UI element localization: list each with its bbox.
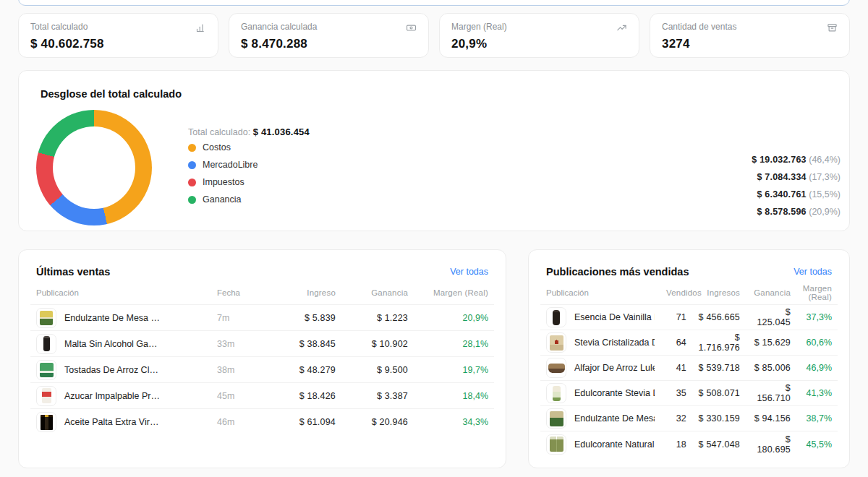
sale-income: $ 61.094 <box>272 417 341 427</box>
sale-profit: $ 9.500 <box>341 365 414 375</box>
breakdown-values: $ 19.032.763 (46,4%) $ 7.084.334 (17,3%)… <box>752 152 841 221</box>
product-name: Alfajor De Arroz Lule… <box>574 363 655 373</box>
stat-card-cantidad-ventas: Cantidad de ventas 3274 <box>650 13 850 58</box>
product-thumbnail <box>36 386 56 406</box>
units-sold: 18 <box>660 439 692 450</box>
product-margin: 46,9% <box>796 363 838 373</box>
product-name: Stevia Cristalizada D… <box>574 338 655 348</box>
breakdown-value-ganancia: $ 8.578.596 (20,9%) <box>752 207 841 221</box>
sale-profit: $ 3.387 <box>341 391 414 401</box>
product-income: $ 547.048 <box>692 439 746 450</box>
product-profit: $ 85.006 <box>746 363 796 373</box>
table-row[interactable]: Alfajor De Arroz Lule… 41 $ 539.718 $ 85… <box>540 356 838 381</box>
legend-item-impuestos[interactable]: Impuestos <box>188 175 310 189</box>
product-name: Endulzante De Mesa … <box>574 413 655 424</box>
table-row[interactable]: Aceite Palta Extra Vir… 46m $ 61.094 $ 2… <box>30 409 494 435</box>
bar-chart-icon <box>195 22 206 33</box>
breakdown-card: Desglose del total calculado Total calcu… <box>18 70 850 231</box>
sale-profit: $ 1.223 <box>341 313 414 323</box>
product-name: Tostadas De Arroz Cl… <box>64 365 158 375</box>
table-row[interactable]: Stevia Cristalizada D… 64 $ 1.716.976 $ … <box>540 330 838 356</box>
breakdown-total: Total calculado: $ 41.036.454 <box>188 126 310 137</box>
sale-income: $ 38.845 <box>272 339 341 349</box>
latest-sales-header: Publicación Fecha Ingreso Ganancia Marge… <box>30 280 494 305</box>
breakdown-total-value: $ 41.036.454 <box>253 126 310 137</box>
product-income: $ 539.718 <box>692 363 746 373</box>
table-row[interactable]: Azucar Impalpable Pr… 45m $ 18.426 $ 3.3… <box>30 383 494 409</box>
product-profit: $ 125.045 <box>746 307 796 327</box>
stat-label: Total calculado <box>30 22 88 32</box>
sale-income: $ 5.839 <box>272 313 341 323</box>
top-products-view-all-link[interactable]: Ver todas <box>793 267 832 277</box>
latest-sales-view-all-link[interactable]: Ver todas <box>450 267 488 277</box>
top-products-card: Publicaciones más vendidas Ver todas Pub… <box>528 249 850 468</box>
stat-card-total-calculado: Total calculado $ 40.602.758 <box>18 13 218 58</box>
product-margin: 45,5% <box>796 439 838 450</box>
stat-card-margen-real: Margen (Real) 20,9% <box>439 13 639 58</box>
table-row[interactable]: Edulcorante Stevia D… 35 $ 508.071 $ 156… <box>540 381 838 406</box>
latest-sales-title: Últimas ventas <box>36 266 110 278</box>
sale-profit: $ 20.946 <box>341 417 414 427</box>
archive-icon <box>827 22 838 33</box>
tables-row: Últimas ventas Ver todas Publicación Fec… <box>18 249 850 468</box>
legend-dot <box>188 161 196 169</box>
stat-value: $ 40.602.758 <box>30 37 206 51</box>
breakdown-total-label: Total calculado: <box>188 127 250 137</box>
product-profit: $ 156.710 <box>746 383 796 403</box>
sale-time: 38m <box>211 365 272 375</box>
product-income: $ 456.665 <box>692 312 746 322</box>
sale-margin: 19,7% <box>414 365 494 375</box>
product-name: Endulzante De Mesa … <box>64 313 160 323</box>
product-thumbnail <box>546 358 566 378</box>
legend-dot <box>188 179 196 186</box>
sale-income: $ 48.279 <box>272 365 341 375</box>
product-income: $ 508.071 <box>692 388 746 398</box>
donut-chart[interactable] <box>36 110 152 225</box>
table-row[interactable]: Tostadas De Arroz Cl… 38m $ 48.279 $ 9.5… <box>30 357 494 383</box>
top-products-title: Publicaciones más vendidas <box>546 266 689 278</box>
product-margin: 60,6% <box>796 338 838 348</box>
product-income: $ 1.716.976 <box>692 332 746 353</box>
sale-income: $ 18.426 <box>272 391 341 401</box>
sale-time: 46m <box>211 417 272 427</box>
legend-item-costos[interactable]: Costos <box>188 140 310 155</box>
units-sold: 32 <box>660 413 692 424</box>
product-profit: $ 180.695 <box>746 434 796 455</box>
filter-bar-cutoff[interactable] <box>18 0 850 6</box>
stat-label: Margen (Real) <box>451 22 507 32</box>
sale-margin: 28,1% <box>414 339 494 349</box>
top-products-header: Publicación Vendidos Ingresos Ganancia M… <box>540 280 838 305</box>
sale-profit: $ 10.902 <box>341 339 414 349</box>
banknote-icon <box>406 22 417 33</box>
sale-time: 7m <box>211 313 272 323</box>
breakdown-title: Desglose del total calculado <box>41 88 838 100</box>
table-row[interactable]: Esencia De Vainilla Pr… 71 $ 456.665 $ 1… <box>540 305 838 330</box>
units-sold: 41 <box>660 363 692 373</box>
trending-up-icon <box>616 22 627 33</box>
table-row[interactable]: Edulcorante Natural … 18 $ 547.048 $ 180… <box>540 431 838 457</box>
product-profit: $ 94.156 <box>746 413 796 424</box>
breakdown-value-impuestos: $ 6.340.761 (15,5%) <box>752 189 841 204</box>
product-name: Aceite Palta Extra Vir… <box>64 417 158 427</box>
product-thumbnail <box>36 308 56 328</box>
product-margin: 38,7% <box>796 413 838 424</box>
stat-label: Ganancia calculada <box>241 22 317 32</box>
legend-item-ganancia[interactable]: Ganancia <box>188 192 310 207</box>
table-row[interactable]: Malta Sin Alcohol Ga… 33m $ 38.845 $ 10.… <box>30 331 494 357</box>
stat-value: $ 8.470.288 <box>241 37 417 51</box>
stat-card-ganancia-calculada: Ganancia calculada $ 8.470.288 <box>229 13 429 58</box>
product-profit: $ 15.629 <box>746 338 796 348</box>
table-row[interactable]: Endulzante De Mesa … 7m $ 5.839 $ 1.223 … <box>30 305 494 331</box>
latest-sales-card: Últimas ventas Ver todas Publicación Fec… <box>18 249 506 468</box>
product-income: $ 330.159 <box>692 413 746 424</box>
product-thumbnail <box>546 408 566 429</box>
dashboard-page: Total calculado $ 40.602.758 Ganancia ca… <box>0 0 868 477</box>
table-row[interactable]: Endulzante De Mesa … 32 $ 330.159 $ 94.1… <box>540 406 838 431</box>
product-name: Malta Sin Alcohol Ga… <box>64 339 158 349</box>
stat-value: 3274 <box>662 37 838 51</box>
stat-value: 20,9% <box>451 37 627 51</box>
sale-margin: 34,3% <box>414 417 494 427</box>
product-name: Azucar Impalpable Pr… <box>64 391 160 401</box>
legend-dot <box>188 144 196 152</box>
legend-item-mercadolibre[interactable]: MercadoLibre <box>188 158 310 172</box>
